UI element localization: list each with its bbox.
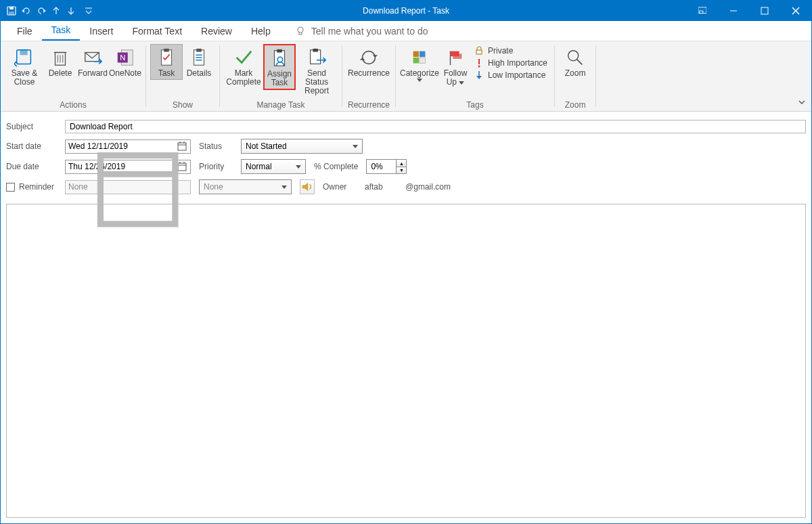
lock-icon: [474, 46, 484, 56]
group-label-manage-task: Manage Task: [224, 99, 338, 111]
chevron-down-icon: [353, 145, 358, 148]
speaker-icon: [300, 180, 314, 194]
customize-qat-icon[interactable]: [83, 5, 94, 16]
private-button[interactable]: Private: [474, 46, 547, 56]
assign-task-button[interactable]: AssignTask: [263, 44, 296, 90]
svg-marker-46: [476, 76, 482, 79]
tell-me-input[interactable]: Tell me what you want to do: [311, 26, 428, 37]
status-combo[interactable]: Not Started: [241, 139, 363, 154]
svg-point-12: [298, 27, 303, 32]
due-date-label: Due date: [6, 162, 57, 171]
svg-point-47: [568, 51, 579, 61]
ribbon-tabs: File Task Insert Format Text Review Help…: [1, 21, 811, 41]
chevron-down-icon: [459, 81, 464, 85]
maximize-button[interactable]: [749, 1, 780, 21]
svg-rect-41: [420, 58, 425, 63]
group-label-show: Show: [150, 99, 215, 111]
forward-button[interactable]: Forward: [76, 44, 109, 80]
high-importance-icon: [474, 58, 484, 68]
owner-value: aftab @gmail.com: [365, 182, 451, 192]
title-bar: Download Report - Task: [1, 1, 811, 21]
svg-line-48: [577, 60, 583, 65]
task-body-editor[interactable]: [6, 204, 806, 518]
svg-rect-39: [420, 51, 425, 57]
svg-point-44: [478, 66, 480, 68]
categorize-button[interactable]: Categorize: [400, 44, 439, 84]
svg-marker-4: [43, 9, 46, 13]
save-icon[interactable]: [6, 5, 17, 16]
svg-rect-1: [9, 7, 14, 9]
close-button[interactable]: [780, 1, 811, 21]
tab-file[interactable]: File: [7, 22, 42, 41]
lightbulb-icon: [295, 26, 306, 37]
collapse-ribbon-icon[interactable]: [798, 98, 806, 108]
save-and-close-button[interactable]: Save & Close: [5, 44, 44, 89]
svg-marker-36: [373, 55, 378, 58]
tab-review[interactable]: Review: [191, 22, 242, 41]
chevron-down-icon: [296, 165, 301, 169]
percent-complete-label: % Complete: [314, 162, 358, 171]
undo-icon[interactable]: [21, 5, 32, 16]
recurrence-button[interactable]: Recurrence: [346, 44, 391, 80]
svg-rect-14: [20, 50, 27, 56]
send-status-report-button[interactable]: Send StatusReport: [296, 44, 338, 97]
zoom-button[interactable]: Zoom: [559, 44, 591, 80]
status-label: Status: [199, 141, 233, 151]
priority-label: Priority: [199, 162, 233, 171]
ribbon-display-options[interactable]: [687, 1, 718, 21]
mark-complete-button[interactable]: MarkComplete: [224, 44, 263, 89]
svg-rect-35: [313, 49, 318, 52]
svg-rect-25: [164, 49, 169, 52]
chevron-down-icon: [281, 185, 287, 189]
task-view-button[interactable]: Task: [150, 44, 183, 80]
tab-help[interactable]: Help: [242, 22, 280, 41]
group-label-tags: Tags: [400, 99, 550, 111]
minimize-button[interactable]: [718, 1, 749, 21]
chevron-down-icon: [417, 79, 422, 82]
group-label-recurrence: Recurrence: [346, 99, 391, 111]
tab-insert[interactable]: Insert: [80, 22, 122, 41]
subject-input[interactable]: Download Report: [65, 120, 806, 133]
svg-rect-9: [761, 7, 768, 14]
low-importance-button[interactable]: Low Importance: [474, 70, 547, 80]
svg-rect-40: [413, 58, 419, 63]
ribbon: Save & Close Delete Forward N OneNote Ac…: [1, 41, 811, 112]
high-importance-button[interactable]: High Importance: [474, 58, 547, 68]
group-label-actions: Actions: [5, 99, 141, 111]
tab-format-text[interactable]: Format Text: [122, 22, 191, 41]
checkbox-icon: [6, 183, 15, 192]
svg-marker-3: [22, 9, 24, 13]
details-view-button[interactable]: Details: [183, 44, 215, 80]
onenote-button[interactable]: N OneNote: [109, 44, 141, 80]
follow-up-button[interactable]: Follow Up: [439, 44, 472, 89]
svg-rect-38: [413, 51, 419, 57]
next-item-icon[interactable]: [66, 5, 76, 16]
prev-item-icon[interactable]: [51, 5, 62, 16]
window-title: Download Report - Task: [363, 6, 449, 16]
owner-label: Owner: [323, 182, 357, 192]
svg-marker-59: [302, 183, 309, 192]
priority-combo[interactable]: Normal: [241, 159, 306, 174]
svg-rect-27: [196, 49, 202, 52]
reminder-sound-button[interactable]: [300, 179, 315, 194]
reminder-checkbox[interactable]: Reminder: [6, 182, 57, 192]
svg-rect-42: [476, 50, 482, 54]
tab-task[interactable]: Task: [42, 20, 81, 41]
percent-complete-spinner[interactable]: 0% ▲▼: [366, 159, 407, 174]
reminder-date-input[interactable]: None: [65, 180, 191, 194]
quick-access-toolbar: [1, 5, 76, 16]
svg-rect-7: [700, 11, 703, 13]
svg-rect-2: [9, 12, 14, 15]
low-importance-icon: [474, 70, 484, 80]
svg-rect-32: [277, 49, 282, 53]
group-label-zoom: Zoom: [559, 99, 591, 111]
redo-icon[interactable]: [36, 5, 47, 16]
start-date-label: Start date: [6, 141, 57, 151]
subject-label: Subject: [6, 122, 57, 131]
svg-text:N: N: [120, 53, 125, 62]
reminder-time-combo[interactable]: None: [199, 179, 292, 194]
svg-rect-34: [311, 50, 321, 64]
delete-button[interactable]: Delete: [44, 44, 76, 80]
svg-marker-37: [360, 58, 365, 60]
